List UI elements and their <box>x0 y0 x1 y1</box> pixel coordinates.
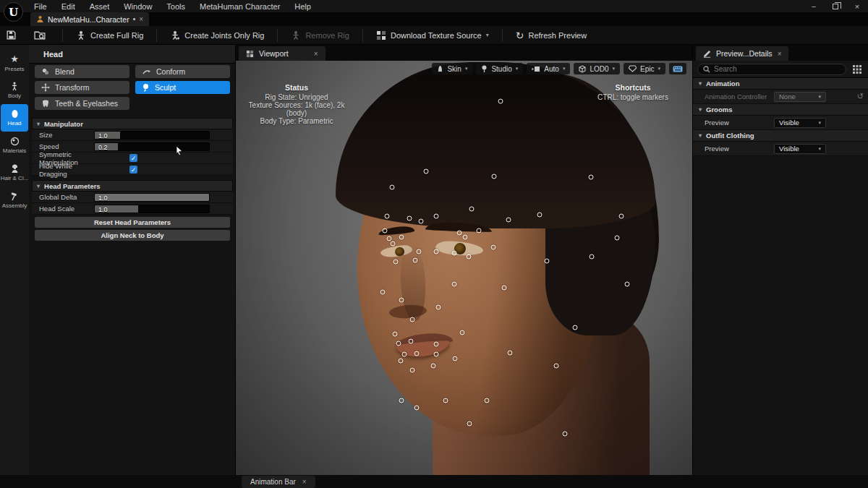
search-box[interactable] <box>697 64 846 75</box>
face-marker[interactable] <box>563 432 568 437</box>
close-button[interactable]: × <box>846 0 868 12</box>
face-marker[interactable] <box>383 228 388 234</box>
face-marker[interactable] <box>431 364 436 369</box>
reset-head-parameters-button[interactable]: Reset Head Parameters <box>35 217 230 228</box>
studio-dropdown[interactable]: Studio ▾ <box>476 63 523 74</box>
sidebar-item-head[interactable]: Head <box>1 104 28 132</box>
face-marker[interactable] <box>554 364 559 369</box>
menu-help[interactable]: Help <box>288 1 318 12</box>
asset-tab-close-icon[interactable]: × <box>139 15 143 23</box>
lod-dropdown[interactable]: LOD0 ▾ <box>574 63 620 74</box>
face-marker[interactable] <box>469 207 475 212</box>
face-marker[interactable] <box>615 236 620 241</box>
align-neck-to-body-button[interactable]: Align Neck to Body <box>35 230 230 241</box>
sidebar-item-assembly[interactable]: Assembly <box>0 187 29 214</box>
quality-epic-dropdown[interactable]: Epic ▾ <box>624 63 665 74</box>
face-marker[interactable] <box>380 290 386 295</box>
teeth-eyelashes-mode-button[interactable]: Teeth & Eyelashes <box>35 97 129 110</box>
face-marker[interactable] <box>424 169 429 174</box>
face-marker[interactable] <box>391 241 396 247</box>
menu-asset[interactable]: Asset <box>83 1 116 12</box>
face-marker[interactable] <box>508 351 513 356</box>
face-marker[interactable] <box>573 325 578 330</box>
face-marker[interactable] <box>467 254 472 260</box>
face-marker[interactable] <box>463 235 468 240</box>
face-marker[interactable] <box>413 258 418 263</box>
grooms-section-header[interactable]: ▾ Grooms <box>693 104 868 116</box>
reset-to-default-icon[interactable]: ↺ <box>857 92 864 101</box>
download-texture-source-button[interactable]: Download Texture Source ▾ <box>369 27 496 43</box>
face-marker[interactable] <box>485 398 490 403</box>
face-marker[interactable] <box>436 305 441 310</box>
minimize-button[interactable]: − <box>803 0 825 12</box>
face-marker[interactable] <box>625 282 630 287</box>
preview-details-tab[interactable]: Preview...Details × <box>696 46 788 61</box>
face-marker[interactable] <box>414 351 420 356</box>
symmetric-manipulation-checkbox[interactable]: ✓ <box>129 154 137 162</box>
face-marker[interactable] <box>410 368 415 373</box>
face-marker[interactable] <box>537 213 542 218</box>
face-marker[interactable] <box>393 332 398 337</box>
face-marker[interactable] <box>402 352 407 357</box>
face-marker[interactable] <box>434 352 439 357</box>
face-marker[interactable] <box>590 254 595 260</box>
face-marker[interactable] <box>491 245 496 250</box>
sidebar-item-presets[interactable]: ★ Presets <box>0 49 29 77</box>
face-marker[interactable] <box>460 330 465 335</box>
remove-rig-button[interactable]: Remove Rig <box>284 27 357 43</box>
face-marker[interactable] <box>443 398 448 403</box>
head-scale-slider[interactable]: 1.0 <box>94 205 210 213</box>
transform-mode-button[interactable]: Transform <box>35 81 129 94</box>
animation-bar-close-icon[interactable]: × <box>302 478 307 486</box>
animation-section-header[interactable]: ▾ Animation <box>693 78 868 90</box>
face-marker[interactable] <box>385 214 390 219</box>
face-marker[interactable] <box>417 249 422 254</box>
face-marker[interactable] <box>396 341 401 346</box>
keyboard-shortcuts-button[interactable] <box>669 63 686 74</box>
face-marker[interactable] <box>410 317 415 322</box>
face-marker[interactable] <box>467 421 472 427</box>
head-parameters-section-header[interactable]: ▾ Head Parameters <box>32 180 233 192</box>
search-input[interactable] <box>714 65 841 73</box>
face-marker[interactable] <box>434 342 439 347</box>
restore-button[interactable] <box>825 0 846 12</box>
face-marker[interactable] <box>414 406 420 411</box>
face-marker[interactable] <box>545 259 550 264</box>
manipulator-section-header[interactable]: ▾ Manipulator <box>32 118 233 129</box>
browse-to-asset-button[interactable] <box>28 27 52 43</box>
global-delta-slider[interactable]: 1.0 <box>94 193 210 202</box>
sidebar-item-materials[interactable]: Materials <box>0 132 29 159</box>
menu-metahuman-character[interactable]: MetaHuman Character <box>193 1 286 12</box>
viewport-tab-close-icon[interactable]: × <box>314 50 318 58</box>
blend-mode-button[interactable]: Blend <box>35 65 129 78</box>
asset-tab[interactable]: NewMetaHu...Character • × <box>30 12 149 26</box>
face-marker[interactable] <box>407 216 412 221</box>
speed-slider[interactable]: 0.2 <box>94 142 210 151</box>
face-marker[interactable] <box>452 251 457 256</box>
face-marker[interactable] <box>506 218 511 223</box>
face-marker[interactable] <box>393 260 399 265</box>
grooms-preview-dropdown[interactable]: Visible ▾ <box>774 118 826 128</box>
face-marker[interactable] <box>502 286 507 291</box>
face-marker[interactable] <box>477 228 482 234</box>
create-full-rig-button[interactable]: Create Full Rig <box>69 27 150 43</box>
face-marker[interactable] <box>387 236 392 241</box>
skin-dropdown[interactable]: Skin ▾ <box>432 63 472 74</box>
face-marker[interactable] <box>434 249 439 254</box>
animation-controller-dropdown[interactable]: None ▾ <box>774 92 826 102</box>
face-marker[interactable] <box>498 99 503 104</box>
viewport-canvas[interactable]: Skin ▾ Studio ▾ Auto ▾ LOD0 ▾ <box>236 61 692 475</box>
outfit-clothing-section-header[interactable]: ▾ Outfit Clothing <box>693 130 868 142</box>
refresh-preview-button[interactable]: ↻ Refresh Preview <box>509 27 594 44</box>
face-marker[interactable] <box>457 231 462 236</box>
menu-file[interactable]: File <box>27 1 54 12</box>
face-marker[interactable] <box>419 219 424 224</box>
size-slider[interactable]: 1.0 <box>94 131 210 140</box>
menu-window[interactable]: Window <box>117 1 158 12</box>
face-marker[interactable] <box>434 214 439 219</box>
menu-edit[interactable]: Edit <box>55 1 82 12</box>
conform-mode-button[interactable]: Conform <box>135 65 230 78</box>
face-marker[interactable] <box>399 235 404 240</box>
menu-tools[interactable]: Tools <box>160 1 192 12</box>
hide-while-dragging-checkbox[interactable]: ✓ <box>129 166 137 174</box>
